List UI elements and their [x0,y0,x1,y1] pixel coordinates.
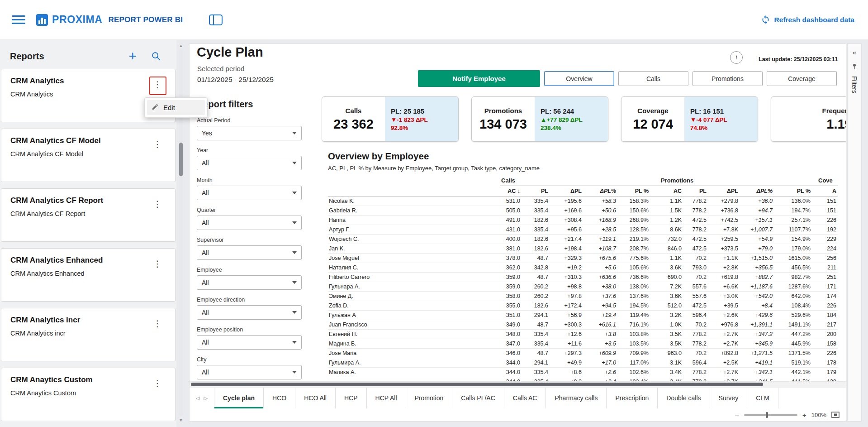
edit-menu-item[interactable]: Edit [147,100,205,115]
bottom-tabbar: ◁ ▷ Cycle planHCOHCO AllHCPHCP AllPromot… [190,387,846,408]
table-row: Zofia D.355.0182.6+172.4+94.5194.5%512.0… [328,301,838,311]
filter-field: QuarterAll [197,207,302,230]
table-column-header[interactable]: A [812,186,838,197]
report-card-menu-icon[interactable]: ⋮ [151,375,164,391]
bottom-tab-pharmacy-calls[interactable]: Pharmacy calls [546,388,607,408]
table-title: Overview by Employee [328,151,846,162]
table-column-header[interactable]: PL % [617,186,650,197]
bottom-tab-hco-all[interactable]: HCO All [295,388,336,408]
tab-nav: ◁ ▷ [190,388,214,408]
table-row: Jan K.381.0182.6+198.4+108.7208.7%846.04… [328,244,838,254]
fit-to-page-icon[interactable] [831,412,840,418]
bottom-tab-cycle-plan[interactable]: Cycle plan [214,388,264,408]
table-column-header[interactable]: ΔPL% [740,186,774,197]
report-card[interactable]: CRM Anaytics CustomCRM Anaytics Custom⋮ [1,368,175,421]
table-column-header[interactable]: AC [650,186,683,197]
bottom-tab-survey[interactable]: Survey [710,388,748,408]
scroll-down-icon[interactable]: ▼ [179,417,183,423]
table-column-header[interactable]: ΔPL [708,186,740,197]
view-tab-promotions[interactable]: Promotions [693,71,763,86]
sidebar-toggle-icon[interactable] [209,14,223,25]
table-row: Гульмира А.344.0294.1+49.9+17.0117.0%3.1… [328,358,838,368]
add-report-button[interactable]: + [128,51,137,62]
filter-label: City [197,356,302,363]
refresh-icon [761,15,770,24]
horizontal-scrollbar[interactable] [190,381,846,387]
kpi-label: Frequency [822,107,846,115]
report-card-menu-icon[interactable]: ⋮ [151,196,164,211]
report-card-title: CRM Analytics Enhanced [10,256,151,265]
scroll-up-icon[interactable]: ▲ [179,43,183,49]
filter-label: Supervisor [197,237,302,243]
bottom-tab-clm[interactable]: CLM [747,388,778,408]
context-menu: Edit [144,97,208,118]
search-icon[interactable] [151,51,161,61]
zoom-in-button[interactable]: + [802,412,806,418]
chevron-down-icon [292,221,297,224]
filter-select-quarter[interactable]: All [197,216,302,230]
bottom-tab-hco[interactable]: HCO [264,388,295,408]
filter-select-year[interactable]: All [197,156,302,170]
scrollbar-thumb[interactable] [179,143,183,176]
bottom-tab-calls-ac[interactable]: Calls AC [504,388,546,408]
filter-select-month[interactable]: All [197,186,302,200]
edit-pencil-icon [152,103,159,112]
table-column-header[interactable]: AC ↓ [500,186,522,197]
report-card-menu-icon[interactable]: ⋮ [151,316,164,331]
filters-rail-label: Filters [851,76,858,93]
report-card-menu-icon[interactable]: ⋮ [151,256,164,271]
report-card[interactable]: CRM Analytics EnhancedCRM Analytics Enha… [1,248,175,302]
tab-scroll-left-icon[interactable]: ◁ [196,395,199,401]
table-row: Filiberto Carrero359.048.7+310.3+636.673… [328,273,838,282]
filter-select-actual-period[interactable]: Yes [197,126,302,140]
filter-field: EmployeeAll [197,267,302,290]
tab-scroll-right-icon[interactable]: ▷ [204,395,208,401]
filter-select-employee[interactable]: All [197,275,302,290]
filter-field: SupervisorAll [197,237,302,260]
view-tab-overview[interactable]: Overview [544,71,614,86]
table-column-header[interactable]: ΔPL% [583,186,617,197]
topbar: PROXIMA REPORT POWER BI Refresh dashboar… [0,0,868,40]
info-icon[interactable]: i [730,51,743,64]
filter-select-city[interactable]: All [197,365,302,379]
report-card[interactable]: CRM Analytics incrCRM Analytics incr⋮ [1,308,175,361]
view-tab-coverage[interactable]: Coverage [767,71,837,86]
pin-icon[interactable] [852,63,857,70]
report-card[interactable]: CRM Analytics CF ModelCRM Analytics CF M… [1,129,175,182]
table-column-header[interactable]: PL [522,186,550,197]
table-row: Jose Miguel378.048.7+329.3+675.6775.6%1.… [328,254,838,263]
zoom-slider[interactable] [744,414,797,416]
view-tab-calls[interactable]: Calls [618,71,688,86]
employee-table: CallsPromotionsCoveAC ↓PLΔPLΔPL%PL %ACPL… [328,176,838,381]
kpi-label: Coverage [637,107,668,115]
bottom-tab-hcp[interactable]: HCP [336,388,367,408]
bottom-tab-promotion[interactable]: Promotion [406,388,453,408]
kpi-delta: ▼-4 077 ΔPL [690,116,758,123]
zoom-slider-thumb[interactable] [766,412,768,418]
hscroll-thumb[interactable] [191,383,763,386]
table-column-header[interactable]: ΔPL [550,186,583,197]
collapse-icon[interactable]: « [853,48,856,56]
filters-rail[interactable]: « Filters [847,43,862,422]
bottom-tab-hcp-all[interactable]: HCP All [367,388,406,408]
filter-select-employee-position[interactable]: All [197,335,302,350]
report-card[interactable]: CRM Analytics CF ReportCRM Analytics CF … [1,188,175,242]
bottom-tab-prescription[interactable]: Prescription [607,388,658,408]
table-column-header[interactable]: PL % [774,186,812,197]
report-card-subtitle: CRM Anaytics Custom [10,389,151,397]
bottom-tab-double-calls[interactable]: Double calls [658,388,710,408]
table-column-header[interactable]: PL [683,186,708,197]
bottom-tab-calls-pl-ac[interactable]: Calls PL/AC [452,388,504,408]
sidebar-header: Reports + [0,40,176,69]
menu-icon[interactable] [12,15,25,24]
refresh-button[interactable]: Refresh dashboard data [761,15,854,24]
table-row: Малика А.344.0335.4+8.6+2.6102.6%3.4K778… [328,368,838,377]
filter-select-supervisor[interactable]: All [197,245,302,260]
table-row: Гульнара А.359.0260.2+98.8+38.0138.0%7.2… [328,282,838,292]
annotation-highlight-box [149,77,166,95]
notify-employee-button[interactable]: Notify Employee [418,70,540,87]
kpi-card-promotions: Promotions134 073PL: 56 244▲+77 829 ΔPL2… [471,96,608,142]
filter-select-employee-direction[interactable]: All [197,305,302,320]
zoom-out-button[interactable]: – [735,411,739,418]
report-card-menu-icon[interactable]: ⋮ [151,136,164,152]
